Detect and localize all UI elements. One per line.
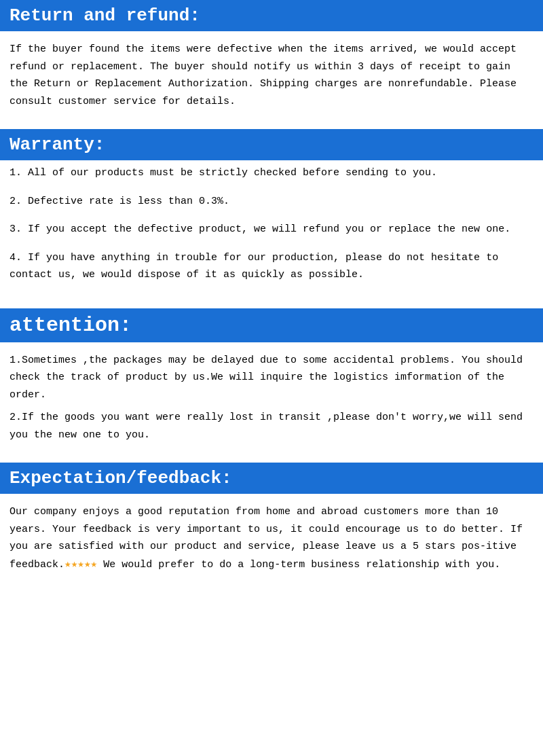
attention-item-2: 2.If the goods you want were really lost… [10, 409, 533, 444]
warranty-item-1-number: 1. [10, 167, 28, 179]
attention-content: 1.Sometimes ,the packages may be delayed… [0, 342, 543, 456]
expectation-body-text-2: We would prefer to do a long-term busine… [97, 559, 500, 571]
expectation-section: Expectation/feedback: Our company enjoys… [0, 463, 543, 586]
warranty-item-3-number: 3. [10, 223, 28, 235]
warranty-item-4-number: 4. [10, 252, 28, 264]
warranty-item-2-number: 2. [10, 196, 28, 207]
warranty-item-4: 4. If you have anything in trouble for o… [10, 249, 533, 284]
expectation-header: Expectation/feedback: [0, 463, 543, 494]
attention-item-1: 1.Sometimes ,the packages may be delayed… [10, 352, 533, 404]
warranty-item-3: 3. If you accept the defective product, … [10, 221, 533, 238]
return-refund-body: If the buyer found the items were defect… [10, 41, 533, 110]
expectation-stars: ★★★★★ [64, 558, 97, 571]
warranty-item-1-text: All of our products must be strictly che… [28, 167, 437, 179]
return-refund-content: If the buyer found the items were defect… [0, 31, 543, 122]
attention-header: attention: [0, 308, 543, 342]
expectation-body: Our company enjoys a good reputation fro… [10, 503, 533, 574]
warranty-item-3-text: If you accept the defective product, we … [28, 223, 510, 235]
warranty-item-2: 2. Defective rate is less than 0.3%. [10, 193, 533, 211]
warranty-item-1: 1. All of our products must be strictly … [10, 164, 533, 182]
warranty-item-2-text: Defective rate is less than 0.3%. [28, 196, 229, 207]
attention-section: attention: 1.Sometimes ,the packages may… [0, 308, 543, 456]
return-refund-header: Return and refund: [0, 0, 543, 31]
warranty-header: Warranty: [0, 129, 543, 160]
warranty-section: Warranty: 1. All of our products must be… [0, 129, 543, 302]
expectation-content: Our company enjoys a good reputation fro… [0, 494, 543, 586]
warranty-item-4-text: If you have anything in trouble for our … [10, 252, 498, 281]
return-refund-section: Return and refund: If the buyer found th… [0, 0, 543, 122]
warranty-list: 1. All of our products must be strictly … [0, 160, 543, 302]
